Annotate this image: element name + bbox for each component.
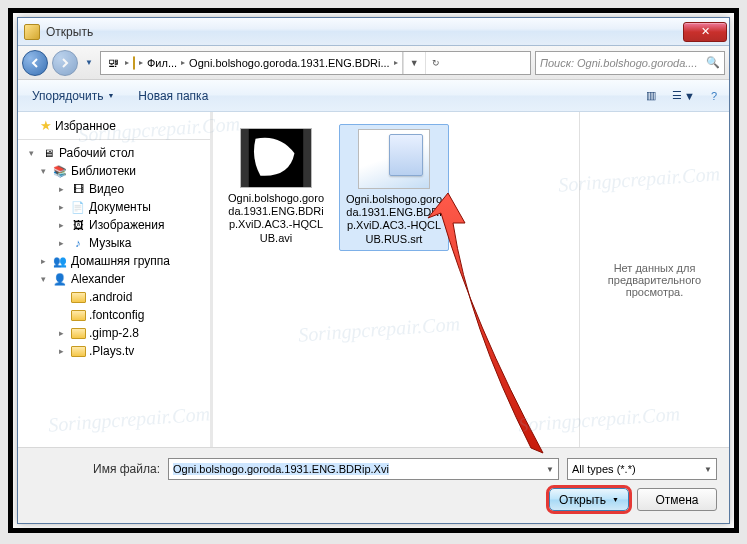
breadcrumb-seg[interactable]: Фил... bbox=[147, 57, 177, 69]
expand-icon[interactable]: ▸ bbox=[56, 238, 67, 249]
open-button[interactable]: Открыть ▼ bbox=[549, 488, 629, 511]
arrow-left-icon bbox=[29, 57, 41, 69]
user-icon: 👤 bbox=[52, 272, 68, 286]
tree-video[interactable]: ▸ 🎞 Видео bbox=[18, 180, 210, 198]
window-title: Открыть bbox=[46, 25, 683, 39]
expand-icon[interactable] bbox=[26, 120, 37, 131]
forward-button[interactable] bbox=[52, 50, 78, 76]
pictures-icon: 🖼 bbox=[70, 218, 86, 232]
filename-label: Имя файла: bbox=[30, 462, 160, 476]
breadcrumb-chevron-icon: ▸ bbox=[125, 58, 129, 67]
homegroup-icon: 👥 bbox=[52, 254, 68, 268]
titlebar: Открыть ✕ bbox=[18, 18, 729, 46]
expand-icon[interactable]: ▸ bbox=[38, 256, 49, 267]
preview-pane-toggle[interactable]: ▥ bbox=[640, 87, 662, 104]
cancel-button[interactable]: Отмена bbox=[637, 488, 717, 511]
tree-libraries[interactable]: ▾ 📚 Библиотеки bbox=[18, 162, 210, 180]
breadcrumb-chevron-icon: ▸ bbox=[181, 58, 185, 67]
desktop-icon: 🖥 bbox=[40, 146, 56, 160]
tree-homegroup[interactable]: ▸ 👥 Домашняя группа bbox=[18, 252, 210, 270]
navigation-pane: ★ Избранное ▾ 🖥 Рабочий стол ▾ 📚 Библиот… bbox=[18, 112, 210, 447]
collapse-icon[interactable]: ▾ bbox=[38, 274, 49, 285]
nav-bar: ▼ 🖳 ▸ ▸ Фил... ▸ Ogni.bolshogo.goroda.19… bbox=[18, 46, 729, 80]
bottom-panel: Имя файла: Ogni.bolshogo.goroda.1931.ENG… bbox=[18, 448, 729, 523]
folder-icon bbox=[70, 344, 86, 358]
open-file-dialog: Открыть ✕ ▼ 🖳 ▸ ▸ Фил... ▸ Ogni.bolshogo… bbox=[17, 17, 730, 524]
libraries-icon: 📚 bbox=[52, 164, 68, 178]
file-item-srt[interactable]: Ogni.bolshogo.goroda.1931.ENG.BDRip.XviD… bbox=[339, 124, 449, 251]
split-button-dropdown-icon[interactable]: ▼ bbox=[612, 496, 619, 503]
breadcrumb-chevron-icon: ▸ bbox=[139, 58, 143, 67]
music-icon: ♪ bbox=[70, 236, 86, 250]
documents-icon: 📄 bbox=[70, 200, 86, 214]
tree-pictures[interactable]: ▸ 🖼 Изображения bbox=[18, 216, 210, 234]
expand-icon[interactable]: ▸ bbox=[56, 346, 67, 357]
video-icon: 🎞 bbox=[70, 182, 86, 196]
nav-history-dropdown[interactable]: ▼ bbox=[82, 51, 96, 75]
tree-user[interactable]: ▾ 👤 Alexander bbox=[18, 270, 210, 288]
separator bbox=[18, 139, 210, 140]
collapse-icon[interactable]: ▾ bbox=[38, 166, 49, 177]
folder-icon bbox=[70, 308, 86, 322]
tree-favorites[interactable]: ★ Избранное bbox=[18, 116, 210, 135]
arrow-right-icon bbox=[59, 57, 71, 69]
back-button[interactable] bbox=[22, 50, 48, 76]
file-label: Ogni.bolshogo.goroda.1931.ENG.BDRip.XviD… bbox=[344, 193, 444, 246]
star-icon: ★ bbox=[40, 118, 52, 133]
close-button[interactable]: ✕ bbox=[683, 22, 727, 42]
tree-folder[interactable]: ▸ .Plays.tv bbox=[18, 342, 210, 360]
view-menu[interactable]: ☰ ▼ bbox=[666, 87, 701, 104]
chevron-down-icon: ▼ bbox=[684, 90, 695, 102]
dialog-icon bbox=[24, 24, 40, 40]
search-placeholder: Поиск: Ogni.bolshogo.goroda.... bbox=[540, 57, 698, 69]
new-folder-button[interactable]: Новая папка bbox=[130, 86, 216, 106]
expand-icon[interactable]: ▸ bbox=[56, 184, 67, 195]
chevron-down-icon[interactable]: ▼ bbox=[704, 465, 712, 474]
tree-folder[interactable]: ▸ .gimp-2.8 bbox=[18, 324, 210, 342]
refresh-button[interactable]: ↻ bbox=[425, 52, 447, 74]
breadcrumb-seg[interactable]: Ogni.bolshogo.goroda.1931.ENG.BDRi... bbox=[189, 57, 390, 69]
folder-icon bbox=[70, 326, 86, 340]
tree-music[interactable]: ▸ ♪ Музыка bbox=[18, 234, 210, 252]
chevron-down-icon[interactable]: ▼ bbox=[546, 465, 554, 474]
chevron-down-icon: ▼ bbox=[107, 92, 114, 99]
filetype-filter[interactable]: All types (*.*) ▼ bbox=[567, 458, 717, 480]
svg-rect-2 bbox=[303, 129, 311, 187]
breadcrumb-chevron-icon: ▸ bbox=[394, 58, 398, 67]
expand-icon[interactable]: ▸ bbox=[56, 328, 67, 339]
toolbar: Упорядочить▼ Новая папка ▥ ☰ ▼ ? bbox=[18, 80, 729, 112]
preview-text: Нет данных для предварительного просмотр… bbox=[588, 262, 721, 298]
file-item-avi[interactable]: Ogni.bolshogo.goroda.1931.ENG.BDRip.XviD… bbox=[221, 124, 331, 249]
file-list[interactable]: Ogni.bolshogo.goroda.1931.ENG.BDRip.XviD… bbox=[213, 112, 579, 447]
address-dropdown[interactable]: ▼ bbox=[403, 52, 425, 74]
filename-input[interactable]: Ogni.bolshogo.goroda.1931.ENG.BDRip.Xvi … bbox=[168, 458, 559, 480]
folder-icon bbox=[133, 57, 135, 69]
svg-rect-1 bbox=[241, 129, 249, 187]
organize-menu[interactable]: Упорядочить▼ bbox=[24, 86, 122, 106]
computer-icon: 🖳 bbox=[105, 56, 121, 70]
tree-documents[interactable]: ▸ 📄 Документы bbox=[18, 198, 210, 216]
expand-icon[interactable]: ▸ bbox=[56, 202, 67, 213]
search-input[interactable]: Поиск: Ogni.bolshogo.goroda.... 🔍 bbox=[535, 51, 725, 75]
tree-folder[interactable]: .fontconfig bbox=[18, 306, 210, 324]
preview-pane: Нет данных для предварительного просмотр… bbox=[579, 112, 729, 447]
help-button[interactable]: ? bbox=[705, 87, 723, 104]
video-thumbnail-icon bbox=[240, 128, 312, 188]
file-label: Ogni.bolshogo.goroda.1931.ENG.BDRip.XviD… bbox=[225, 192, 327, 245]
expand-icon[interactable]: ▸ bbox=[56, 220, 67, 231]
collapse-icon[interactable]: ▾ bbox=[26, 148, 37, 159]
address-bar[interactable]: 🖳 ▸ ▸ Фил... ▸ Ogni.bolshogo.goroda.1931… bbox=[100, 51, 531, 75]
tree-desktop[interactable]: ▾ 🖥 Рабочий стол bbox=[18, 144, 210, 162]
text-file-thumbnail-icon bbox=[358, 129, 430, 189]
folder-icon bbox=[70, 290, 86, 304]
tree-folder[interactable]: .android bbox=[18, 288, 210, 306]
search-icon: 🔍 bbox=[706, 56, 720, 69]
